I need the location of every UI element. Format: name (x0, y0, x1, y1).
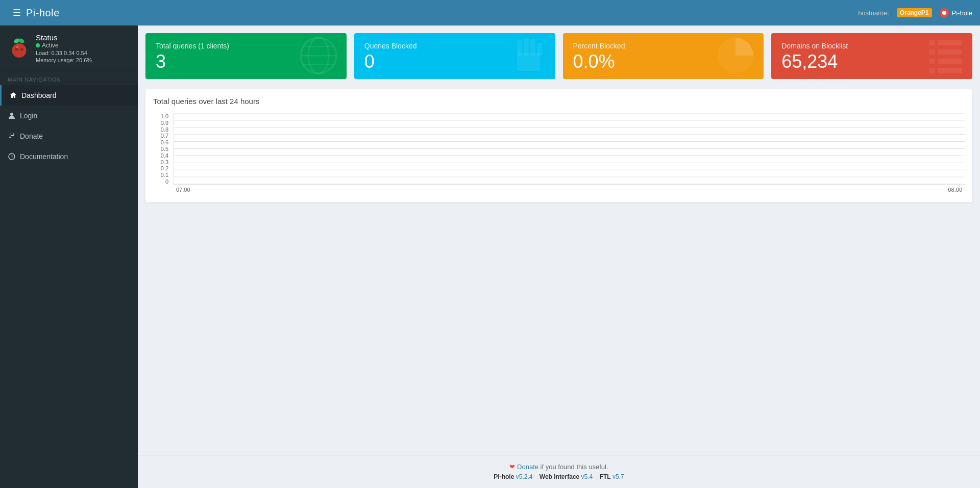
sidebar-item-login[interactable]: Login (0, 106, 138, 126)
stat-text-queries-blocked: Queries Blocked 0 (364, 42, 417, 71)
svg-rect-21 (938, 40, 962, 45)
brand-logo[interactable]: Pi-hole (26, 7, 60, 19)
y-label-04: 0.4 (153, 152, 168, 159)
main-content: Total queries (1 clients) 3 (138, 25, 980, 455)
y-label-01: 0.1 (153, 172, 168, 178)
sidebar-logo (8, 37, 31, 60)
stat-value-domains-blocklist: 65,234 (781, 53, 848, 71)
hostname-badge: OrangeP1 (897, 8, 932, 17)
svg-rect-20 (929, 40, 935, 45)
chart-grid-svg (174, 113, 965, 184)
svg-point-5 (16, 46, 18, 48)
navbar: ☰ Pi-hole hostname: OrangeP1 Pi-hole (0, 0, 980, 25)
pie-chart-icon (715, 35, 756, 79)
footer-ftl-version[interactable]: v5.7 (612, 473, 624, 480)
svg-rect-26 (929, 68, 935, 73)
stats-row: Total queries (1 clients) 3 (145, 33, 972, 79)
svg-rect-17 (530, 39, 535, 56)
paypal-icon (8, 132, 16, 140)
svg-point-6 (10, 113, 13, 116)
sidebar-nav-list: Dashboard Login (0, 85, 138, 167)
sidebar-nav-label: MAIN NAVIGATION (0, 71, 138, 85)
user-icon (8, 112, 16, 120)
y-label-07: 0.7 (153, 133, 168, 139)
sidebar-item-donate[interactable]: Donate (0, 126, 138, 146)
hamburger-icon: ☰ (13, 8, 21, 18)
chart-box: Total queries over last 24 hours 1.0 0.9… (145, 89, 972, 202)
sidebar: Status Active Load: 0.33 0.34 0.54 Memor… (0, 25, 138, 488)
svg-rect-16 (524, 38, 529, 56)
question-icon: ? (8, 152, 16, 161)
heart-icon: ❤ (509, 463, 515, 471)
sidebar-load-info: Load: 0.33 0.34 0.54 (36, 50, 130, 56)
svg-rect-27 (938, 68, 962, 73)
stat-box-percent-blocked: Percent Blocked 0.0% (563, 33, 764, 79)
sidebar-link-login[interactable]: Login (0, 106, 138, 126)
svg-rect-24 (929, 59, 935, 64)
sidebar-link-dashboard[interactable]: Dashboard (0, 85, 138, 106)
sidebar-header: Status Active Load: 0.33 0.34 0.54 Memor… (0, 25, 138, 71)
footer: ❤ Donate if you found this useful. Pi-ho… (138, 455, 980, 488)
sidebar-item-documentation[interactable]: ? Documentation (0, 146, 138, 167)
footer-pihole-version[interactable]: v5.2.4 (516, 473, 533, 480)
footer-versions: Pi-hole v5.2.4 Web Interface v5.4 FTL v5… (145, 473, 972, 480)
stat-value-percent-blocked: 0.0% (573, 53, 625, 71)
list-icon (926, 35, 965, 79)
footer-donate-link[interactable]: Donate (517, 463, 538, 471)
sidebar-memory-info: Memory usage: 20.6% (36, 57, 130, 63)
svg-point-4 (20, 48, 23, 51)
sidebar-item-dashboard[interactable]: Dashboard (0, 85, 138, 106)
sidebar-link-documentation[interactable]: ? Documentation (0, 146, 138, 167)
svg-rect-14 (517, 53, 540, 71)
x-label-start: 07:00 (176, 187, 190, 193)
stat-box-queries-blocked: Queries Blocked 0 (354, 33, 555, 79)
chart-area (174, 113, 965, 185)
footer-webinterface-label: Web Interface (540, 473, 579, 480)
chart-y-axis: 1.0 0.9 0.8 0.7 0.6 0.5 0.4 0.3 0.2 0.1 … (153, 113, 171, 185)
stat-box-total-queries: Total queries (1 clients) 3 (145, 33, 347, 79)
svg-rect-23 (938, 49, 962, 55)
sidebar-link-donate[interactable]: Donate (0, 126, 138, 146)
y-label-09: 0.9 (153, 120, 168, 126)
stat-label-percent-blocked: Percent Blocked (573, 42, 625, 50)
sidebar-item-label-login: Login (20, 112, 37, 120)
home-icon (9, 91, 17, 99)
hostname-label: hostname: (858, 9, 889, 17)
sidebar-item-label-dashboard: Dashboard (21, 91, 57, 99)
sidebar-toggle-button[interactable]: ☰ (8, 5, 26, 21)
svg-text:?: ? (11, 155, 13, 160)
stat-label-total-queries: Total queries (1 clients) (156, 42, 229, 50)
sidebar-user-info: Status Active Load: 0.33 0.34 0.54 Memor… (8, 33, 130, 63)
sidebar-user-details: Status Active Load: 0.33 0.34 0.54 Memor… (36, 33, 130, 63)
footer-webinterface-version[interactable]: v5.4 (581, 473, 593, 480)
y-label-02: 0.2 (153, 165, 168, 171)
chart-title: Total queries over last 24 hours (153, 97, 965, 106)
svg-point-2 (12, 43, 27, 58)
globe-icon (298, 35, 339, 79)
chart-x-labels: 07:00 08:00 (174, 185, 965, 195)
y-label-08: 0.8 (153, 126, 168, 133)
footer-ftl-label: FTL (600, 473, 611, 480)
footer-donate-line: ❤ Donate if you found this useful. (145, 463, 972, 471)
svg-rect-18 (537, 43, 542, 56)
stat-text-domains-blocklist: Domains on Blocklist 65,234 (781, 42, 848, 71)
svg-point-3 (15, 48, 18, 51)
y-label-05: 0.5 (153, 146, 168, 152)
sidebar-status-title: Status (36, 33, 130, 42)
content-wrapper: Total queries (1 clients) 3 (138, 25, 980, 488)
y-label-03: 0.3 (153, 159, 168, 165)
hand-icon (509, 35, 548, 79)
sidebar-item-label-donate: Donate (20, 132, 43, 140)
sidebar-active-status: Active (36, 42, 130, 49)
stat-text-total-queries: Total queries (1 clients) 3 (156, 42, 229, 71)
y-label-00: 0 (153, 178, 168, 185)
svg-rect-25 (938, 59, 962, 64)
svg-point-1 (18, 38, 25, 44)
footer-donate-suffix: if you found this useful. (541, 463, 608, 471)
stat-value-queries-blocked: 0 (364, 53, 417, 71)
stat-label-domains-blocklist: Domains on Blocklist (781, 42, 848, 50)
pihole-status-icon (940, 8, 949, 17)
sidebar-item-label-documentation: Documentation (20, 152, 68, 161)
stat-text-percent-blocked: Percent Blocked 0.0% (573, 42, 625, 71)
pihole-indicator: Pi-hole (940, 8, 972, 17)
